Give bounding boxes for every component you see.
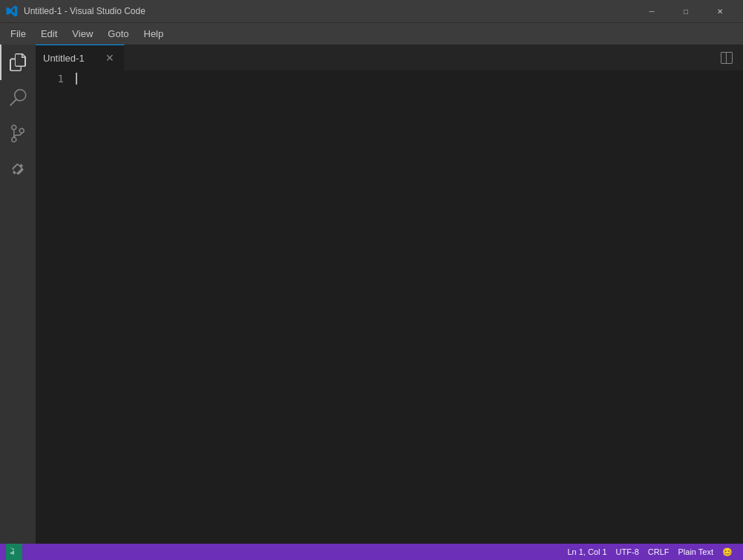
minimize-button[interactable]: ─ bbox=[635, 0, 669, 22]
sidebar-item-source-control[interactable] bbox=[0, 116, 36, 151]
status-bar: Ln 1, Col 1 UTF-8 CRLF Plain Text 😊 bbox=[0, 544, 743, 560]
tab-bar: Untitled-1 ✕ bbox=[36, 45, 743, 70]
activity-bar bbox=[0, 45, 36, 544]
encoding-status[interactable]: UTF-8 bbox=[612, 544, 644, 560]
tab-actions bbox=[716, 45, 743, 70]
sidebar-item-search[interactable] bbox=[0, 80, 36, 116]
menu-help[interactable]: Help bbox=[137, 25, 171, 42]
main: Untitled-1 ✕ 1 bbox=[0, 45, 743, 544]
close-button[interactable]: ✕ bbox=[703, 0, 737, 22]
menu-bar: File Edit View Goto Help bbox=[0, 22, 743, 45]
menu-edit[interactable]: Edit bbox=[33, 25, 65, 42]
title-bar: Untitled-1 - Visual Studio Code ─ □ ✕ bbox=[0, 0, 743, 22]
status-left bbox=[6, 544, 22, 560]
menu-file[interactable]: File bbox=[3, 25, 33, 42]
cursor-position-status[interactable]: Ln 1, Col 1 bbox=[563, 544, 611, 560]
title-bar-left: Untitled-1 - Visual Studio Code bbox=[6, 5, 145, 17]
menu-view[interactable]: View bbox=[65, 25, 100, 42]
tab-close-button[interactable]: ✕ bbox=[103, 51, 117, 65]
maximize-button[interactable]: □ bbox=[669, 0, 703, 22]
sidebar-item-extensions[interactable] bbox=[0, 151, 36, 187]
tab-label: Untitled-1 bbox=[43, 53, 85, 64]
line-numbers: 1 bbox=[36, 70, 73, 544]
sidebar-item-explorer[interactable] bbox=[0, 45, 36, 80]
split-editor-button[interactable] bbox=[716, 47, 737, 68]
language-mode-status[interactable]: Plain Text bbox=[674, 544, 719, 560]
title-text: Untitled-1 - Visual Studio Code bbox=[24, 6, 145, 16]
editor-area: Untitled-1 ✕ 1 bbox=[36, 45, 743, 544]
editor-cursor bbox=[76, 73, 77, 85]
menu-goto[interactable]: Goto bbox=[100, 25, 136, 42]
feedback-button[interactable]: 😊 bbox=[718, 544, 737, 560]
line-ending-status[interactable]: CRLF bbox=[644, 544, 674, 560]
line-number-1: 1 bbox=[36, 72, 64, 86]
editor[interactable]: 1 bbox=[36, 70, 743, 544]
tab-untitled-1[interactable]: Untitled-1 ✕ bbox=[36, 45, 125, 70]
window-controls: ─ □ ✕ bbox=[635, 0, 737, 22]
remote-icon[interactable] bbox=[6, 544, 22, 560]
code-area[interactable] bbox=[73, 70, 743, 544]
app-icon bbox=[6, 5, 18, 17]
status-right: Ln 1, Col 1 UTF-8 CRLF Plain Text 😊 bbox=[563, 544, 737, 560]
